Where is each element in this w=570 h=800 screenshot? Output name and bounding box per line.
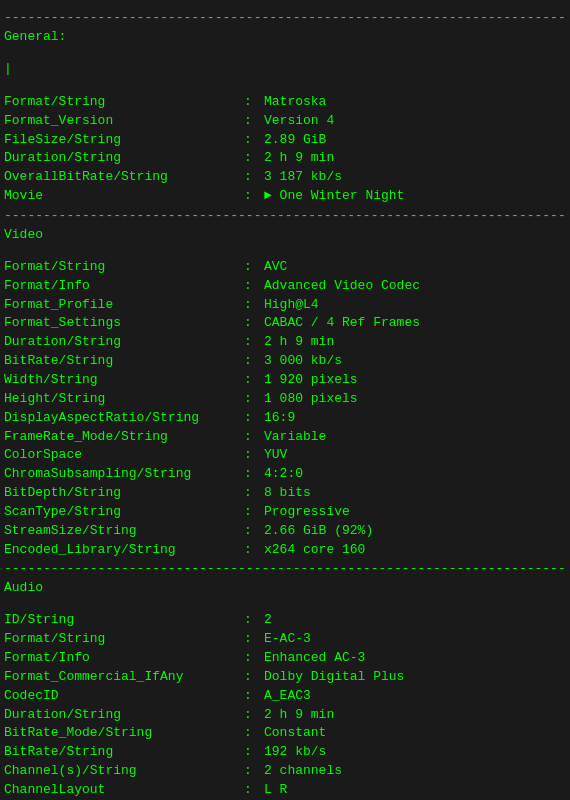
table-row: Duration/String : 2 h 9 min [4,706,566,725]
field-value: 3 187 kb/s [264,168,566,187]
field-value: 16:9 [264,409,566,428]
divider-2: ----------------------------------------… [4,561,566,576]
video-section-title: Video [4,227,566,242]
colon: : [244,428,264,447]
field-key: FileSize/String [4,131,244,150]
table-row: DisplayAspectRatio/String : 16:9 [4,409,566,428]
colon: : [244,484,264,503]
field-value: 2.89 GiB [264,131,566,150]
field-key: Format/Info [4,277,244,296]
field-value: YUV [264,446,566,465]
colon: : [244,168,264,187]
field-value: 2 h 9 min [264,149,566,168]
field-value: Advanced Video Codec [264,277,566,296]
colon: : [244,371,264,390]
top-divider: ----------------------------------------… [4,10,566,25]
table-row: BitRate/String : 192 kb/s [4,743,566,762]
table-row: ID/String : 2 [4,611,566,630]
field-key: BitDepth/String [4,484,244,503]
field-key: Format/String [4,258,244,277]
field-key: Format_Commercial_IfAny [4,668,244,687]
field-value: AVC [264,258,566,277]
field-value: 2 [264,611,566,630]
field-key: Duration/String [4,149,244,168]
field-value: High@L4 [264,296,566,315]
colon: : [244,446,264,465]
field-value: 3 000 kb/s [264,352,566,371]
field-key: BitRate/String [4,743,244,762]
table-row: Channel(s)/String : 2 channels [4,762,566,781]
field-value: Version 4 [264,112,566,131]
field-value: L R [264,781,566,800]
colon: : [244,781,264,800]
field-value: Progressive [264,503,566,522]
field-value: A_EAC3 [264,687,566,706]
field-key: Encoded_Library/String [4,541,244,560]
field-key: Duration/String [4,333,244,352]
colon: : [244,668,264,687]
colon: : [244,333,264,352]
field-value: 2.66 GiB (92%) [264,522,566,541]
field-key: Channel(s)/String [4,762,244,781]
field-value: Matroska [264,93,566,112]
pipe-key: | [4,60,244,79]
field-value: CABAC / 4 Ref Frames [264,314,566,333]
table-row: BitRate_Mode/String : Constant [4,724,566,743]
colon: : [244,649,264,668]
field-key: ChannelLayout [4,781,244,800]
colon: : [244,149,264,168]
table-row: FileSize/String : 2.89 GiB [4,131,566,150]
field-key: Height/String [4,390,244,409]
table-row: BitRate/String : 3 000 kb/s [4,352,566,371]
field-key: ChromaSubsampling/String [4,465,244,484]
table-row: Format_Version : Version 4 [4,112,566,131]
colon: : [244,314,264,333]
field-key: DisplayAspectRatio/String [4,409,244,428]
colon: : [244,131,264,150]
colon: : [244,724,264,743]
field-key: ScanType/String [4,503,244,522]
colon: : [244,112,264,131]
field-key: Movie [4,187,244,206]
table-row: Movie : ► One Winter Night [4,187,566,206]
field-key: Format/String [4,93,244,112]
table-row: Format/Info : Enhanced AC-3 [4,649,566,668]
main-container: ----------------------------------------… [0,0,570,800]
field-key: StreamSize/String [4,522,244,541]
field-key: OverallBitRate/String [4,168,244,187]
field-key: Format_Version [4,112,244,131]
field-key: ColorSpace [4,446,244,465]
colon: : [244,630,264,649]
table-row: Format_Profile : High@L4 [4,296,566,315]
colon: : [244,187,264,206]
table-row: ColorSpace : YUV [4,446,566,465]
colon: : [244,277,264,296]
colon: : [244,611,264,630]
table-row: ScanType/String : Progressive [4,503,566,522]
field-value: 4:2:0 [264,465,566,484]
field-value: 1 920 pixels [264,371,566,390]
field-value: 2 h 9 min [264,706,566,725]
colon: : [244,258,264,277]
table-row: Format_Settings : CABAC / 4 Ref Frames [4,314,566,333]
field-value: 8 bits [264,484,566,503]
colon: : [244,503,264,522]
table-row: Format/String : Matroska [4,93,566,112]
table-row: BitDepth/String : 8 bits [4,484,566,503]
colon: : [244,409,264,428]
colon: : [244,762,264,781]
colon: : [244,743,264,762]
field-value: 2 h 9 min [264,333,566,352]
general-section-title: General: [4,29,566,44]
colon: : [244,352,264,371]
table-row: Duration/String : 2 h 9 min [4,149,566,168]
table-row: ChannelLayout : L R [4,781,566,800]
field-key: Format_Profile [4,296,244,315]
colon: : [244,541,264,560]
field-value: x264 core 160 [264,541,566,560]
field-key: FrameRate_Mode/String [4,428,244,447]
colon: : [244,390,264,409]
field-key: Width/String [4,371,244,390]
table-row: Encoded_Library/String : x264 core 160 [4,541,566,560]
colon: : [244,687,264,706]
